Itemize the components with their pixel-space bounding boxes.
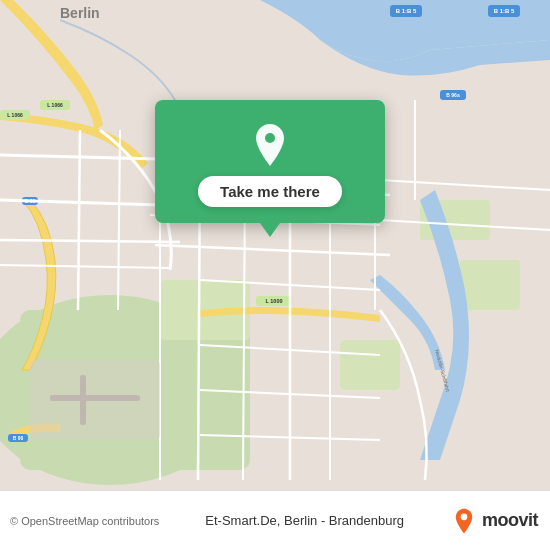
moovit-pin-icon	[450, 507, 478, 535]
moovit-logo: moovit	[450, 507, 538, 535]
svg-point-52	[461, 513, 468, 520]
svg-text:B 1:B 5: B 1:B 5	[494, 8, 515, 14]
svg-point-51	[265, 133, 275, 143]
svg-text:B 96a: B 96a	[446, 92, 460, 98]
svg-rect-48	[50, 395, 140, 401]
svg-rect-49	[80, 375, 86, 425]
location-text: Et-Smart.De, Berlin - Brandenburg	[159, 513, 450, 528]
attribution-text: © OpenStreetMap contributors	[10, 515, 159, 527]
location-pin-icon	[246, 118, 294, 166]
svg-text:L 1066: L 1066	[47, 102, 63, 108]
popup-card[interactable]: Take me there	[155, 100, 385, 223]
take-me-there-button[interactable]: Take me there	[198, 176, 342, 207]
svg-text:L 1000: L 1000	[265, 298, 282, 304]
map-container: B 96 B 96 L 1066 L 1066 L 1000	[0, 0, 550, 490]
svg-rect-4	[340, 340, 400, 390]
bottom-bar: © OpenStreetMap contributors Et-Smart.De…	[0, 490, 550, 550]
map-background: B 96 B 96 L 1066 L 1066 L 1000	[0, 0, 550, 490]
moovit-wordmark: moovit	[482, 510, 538, 531]
svg-rect-6	[460, 260, 520, 310]
svg-text:B 96: B 96	[13, 435, 24, 441]
svg-text:B 1:B 5: B 1:B 5	[396, 8, 417, 14]
svg-text:L 1066: L 1066	[7, 112, 23, 118]
svg-text:Berlin: Berlin	[60, 5, 100, 21]
